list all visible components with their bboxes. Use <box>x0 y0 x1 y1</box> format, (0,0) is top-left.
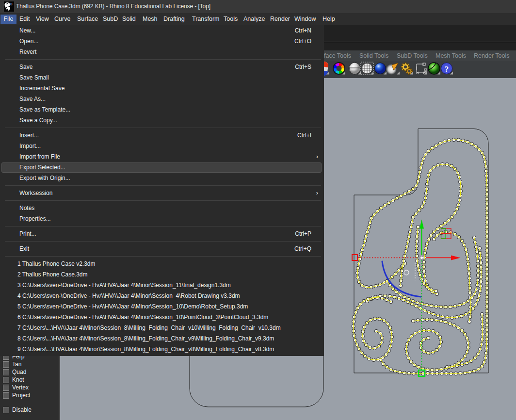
svg-text:?: ? <box>445 65 449 74</box>
svg-text:8: 8 <box>10 2 12 6</box>
